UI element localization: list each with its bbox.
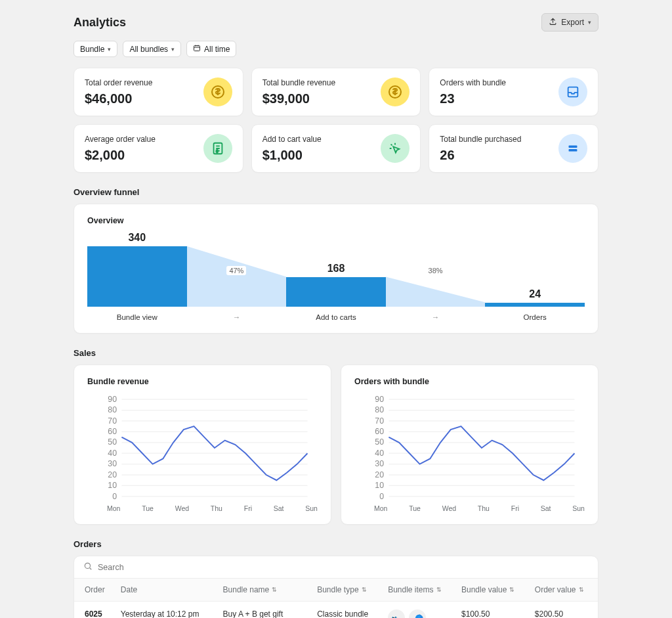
metric-label: Total order revenue — [85, 78, 152, 87]
calendar-icon — [193, 44, 201, 54]
search-icon — [83, 562, 93, 573]
x-label: Thu — [478, 504, 490, 512]
svg-text:80: 80 — [108, 405, 117, 414]
filter-label: Bundle — [80, 45, 104, 54]
filter-bundle[interactable]: Bundle ▾ — [74, 41, 117, 57]
x-label: Fri — [511, 504, 519, 512]
funnel-step: 24 — [485, 288, 585, 307]
filter-all-time[interactable]: All time — [186, 41, 236, 57]
funnel-step: 168 — [286, 263, 386, 307]
stack-icon — [558, 134, 587, 163]
chevron-down-icon: ▾ — [108, 46, 111, 53]
metric-card: Total order revenue$46,000 — [74, 68, 243, 116]
col-date[interactable]: Date — [116, 579, 218, 602]
metric-card: Orders with bundle23 — [429, 68, 598, 116]
search-input[interactable] — [98, 563, 589, 572]
x-label: Mon — [107, 504, 120, 512]
x-label: Sun — [572, 504, 585, 512]
svg-text:0: 0 — [112, 492, 117, 501]
coin-icon — [203, 77, 232, 106]
bundle-items: 👟🧢 — [388, 609, 451, 618]
svg-text:20: 20 — [375, 470, 384, 479]
line-chart: 9080706050403020100 — [87, 395, 318, 500]
metric-value: $46,000 — [85, 91, 152, 106]
svg-text:50: 50 — [108, 437, 117, 447]
table-row: 6025 Yesterday at 10:12 pm Buy A + B get… — [74, 602, 598, 619]
funnel-step-label: Orders — [485, 313, 585, 321]
funnel-bar — [286, 277, 386, 307]
col-bundle-items[interactable]: Bundle items ⇅ — [383, 579, 456, 602]
svg-text:70: 70 — [375, 416, 384, 426]
sort-icon: ⇅ — [272, 586, 277, 593]
order-id[interactable]: 6025 — [74, 602, 116, 619]
svg-marker-8 — [386, 277, 486, 307]
metric-card: Total bundle revenue$39,000 — [251, 68, 421, 116]
bundle-name: Buy A + B get gift — [218, 602, 312, 619]
funnel-step: 340 — [87, 232, 187, 307]
export-button[interactable]: Export ▾ — [541, 13, 598, 32]
page-title: Analytics — [74, 16, 126, 30]
col-order[interactable]: Order — [74, 579, 116, 602]
line-chart: 9080706050403020100 — [354, 395, 585, 500]
svg-text:10: 10 — [375, 481, 384, 490]
funnel-drop-label: 47% — [226, 266, 246, 275]
sort-icon: ⇅ — [436, 586, 442, 593]
upload-icon — [549, 17, 557, 28]
funnel-value: 168 — [327, 263, 345, 275]
filter-label: All bundles — [129, 45, 168, 54]
metric-value: 23 — [440, 91, 506, 106]
svg-marker-7 — [187, 246, 287, 307]
chevron-down-icon: ▾ — [171, 46, 175, 53]
metric-label: Average order value — [85, 135, 156, 144]
order-value: $200.50 — [530, 602, 598, 619]
x-label: Tue — [142, 504, 154, 512]
metric-label: Total bundle purchased — [440, 135, 521, 144]
section-title-funnel: Overview funnel — [74, 187, 598, 197]
metric-value: $2,000 — [85, 148, 156, 163]
funnel-bar — [485, 303, 585, 307]
sort-icon: ⇅ — [362, 586, 367, 593]
metric-card: Total bundle purchased26 — [429, 124, 598, 173]
svg-text:40: 40 — [375, 449, 384, 458]
inbox-icon — [558, 77, 587, 106]
x-label: Sat — [541, 504, 551, 512]
export-label: Export — [561, 18, 584, 27]
metric-value: $39,000 — [262, 91, 335, 106]
funnel-step-label: Bundle view — [87, 313, 187, 321]
click-icon — [381, 134, 410, 163]
x-label: Fri — [244, 504, 252, 512]
svg-text:40: 40 — [108, 449, 117, 458]
svg-text:30: 30 — [375, 459, 384, 468]
section-title-orders: Orders — [74, 539, 598, 549]
panel-title: Bundle revenue — [87, 377, 318, 386]
funnel-gap: 47% — [187, 234, 287, 307]
col-bundle-name[interactable]: Bundle name ⇅ — [218, 579, 312, 602]
x-label: Mon — [374, 504, 387, 512]
svg-text:70: 70 — [108, 416, 117, 426]
panel-title: Overview — [87, 216, 585, 225]
filter-all-bundles[interactable]: All bundles ▾ — [123, 41, 181, 57]
funnel-panel: Overview 34047%16838%24 Bundle view→Add … — [74, 204, 598, 334]
svg-rect-5 — [569, 145, 578, 148]
col-bundle-value[interactable]: Bundle value ⇅ — [456, 579, 530, 602]
sort-icon: ⇅ — [579, 586, 584, 593]
chevron-down-icon: ▾ — [588, 19, 591, 26]
filter-label: All time — [204, 45, 230, 54]
svg-text:50: 50 — [375, 437, 384, 447]
arrow-icon: → — [187, 313, 287, 321]
svg-text:90: 90 — [108, 395, 117, 404]
svg-text:60: 60 — [108, 427, 117, 436]
svg-text:60: 60 — [375, 427, 384, 436]
metric-label: Total bundle revenue — [262, 78, 335, 87]
coin-icon — [381, 77, 410, 106]
svg-text:30: 30 — [108, 459, 117, 468]
funnel-bar — [87, 246, 187, 307]
section-title-sales: Sales — [74, 348, 598, 358]
hat-icon: 🧢 — [409, 609, 426, 618]
col-bundle-type[interactable]: Bundle type ⇅ — [312, 579, 383, 602]
col-order-value[interactable]: Order value ⇅ — [530, 579, 598, 602]
receipt-icon: $ — [203, 134, 232, 163]
metric-card: Average order value$2,000$ — [74, 124, 243, 173]
x-label: Sun — [305, 504, 318, 512]
svg-rect-0 — [194, 46, 200, 51]
